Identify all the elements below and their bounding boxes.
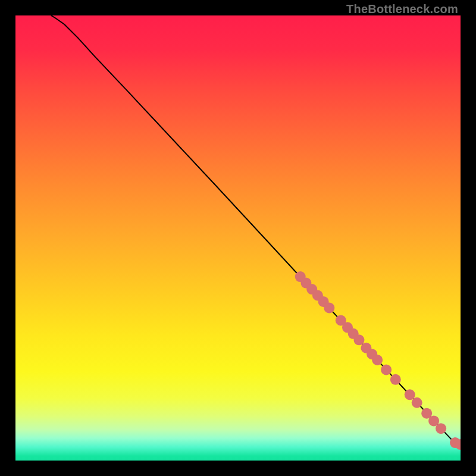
chart-svg: [15, 15, 461, 461]
data-marker: [372, 355, 383, 365]
data-marker: [436, 423, 446, 434]
attribution-label: TheBottleneck.com: [346, 2, 458, 16]
data-marker: [390, 374, 401, 385]
data-marker: [324, 302, 334, 313]
data-marker: [412, 397, 422, 408]
data-marker: [381, 364, 392, 375]
data-marker: [405, 389, 415, 400]
markers-group: [295, 271, 461, 450]
data-marker: [353, 334, 364, 345]
